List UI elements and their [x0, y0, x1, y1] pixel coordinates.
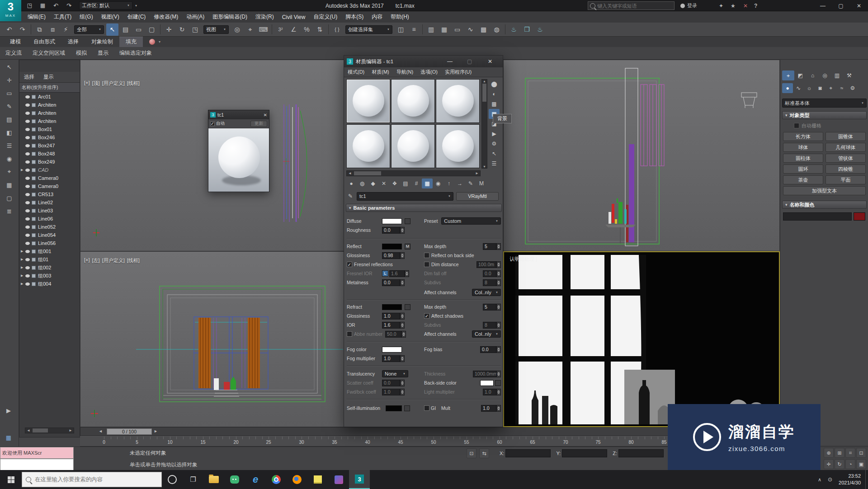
material-map-navigator-icon[interactable]: ☰ — [489, 159, 500, 169]
expand-arrow-icon[interactable]: ▶ — [21, 258, 25, 261]
refract-affect-channels-dropdown[interactable]: Col..nly — [472, 330, 501, 338]
fog-color-swatch[interactable] — [382, 347, 402, 353]
viewport-right[interactable] — [503, 60, 780, 251]
reference-coordinate-dropdown[interactable]: 视图 — [203, 25, 229, 34]
make-unique-icon[interactable]: ❖ — [389, 179, 400, 188]
ribbon-panel-item[interactable]: 编辑选定对象 — [114, 47, 157, 60]
pick-material-eyedropper-icon[interactable]: ✎ — [465, 179, 476, 188]
dim-falloff-field[interactable]: 0.0 — [483, 270, 496, 277]
snap-toggle-3d-icon[interactable]: 3² — [274, 24, 287, 36]
eye-visibility-icon[interactable]: ◉ — [3, 153, 16, 165]
sample-type-icon[interactable]: ⬤ — [489, 79, 500, 89]
redo-icon[interactable]: ↷ — [16, 24, 28, 36]
slot-h-scrollbar[interactable]: ◄ ► — [346, 170, 481, 176]
scroll-right-icon[interactable]: ► — [67, 428, 74, 433]
refract-subdivs-field[interactable]: 8 — [483, 322, 496, 329]
ribbon-tab[interactable]: 填充 — [119, 37, 143, 47]
refract-subdivs-spinner[interactable] — [496, 322, 501, 329]
list-item[interactable]: Architen — [19, 109, 80, 117]
material-editor-icon[interactable]: ◍ — [491, 24, 503, 36]
mat-editor-menu-item[interactable]: 实用程序(U) — [441, 69, 475, 75]
start-button[interactable] — [0, 470, 22, 489]
taskbar-icon-app[interactable] — [328, 470, 349, 489]
fog-multiplier-field[interactable]: 1.0 — [382, 355, 400, 362]
infocenter-search[interactable] — [588, 1, 675, 10]
toggle-ribbon-icon[interactable]: ▭ — [451, 24, 463, 36]
menu-item[interactable]: 帮助(H) — [387, 11, 413, 23]
self-illumination-swatch[interactable] — [386, 405, 402, 411]
select-by-material-icon[interactable]: ↖ — [489, 149, 500, 159]
display-tab-icon[interactable]: ▥ — [831, 71, 843, 80]
geometry-category-dropdown[interactable]: 标准基本体 — [782, 99, 867, 108]
viewport-label-segment[interactable]: [线框] — [127, 80, 140, 87]
material-options-flyout-icon[interactable]: M — [476, 179, 487, 188]
list-item[interactable]: Line06 — [19, 215, 80, 223]
ribbon-tool-sphere-icon[interactable] — [149, 39, 155, 45]
list-item[interactable]: Box249 — [19, 158, 80, 166]
get-material-icon[interactable]: ● — [346, 179, 357, 188]
reflect-affect-channels-dropdown[interactable]: Col..nly — [472, 289, 501, 296]
fresnel-ior-lock-button[interactable]: L — [382, 270, 388, 277]
scatter-coeff-spinner[interactable] — [400, 380, 405, 386]
fog-bias-field[interactable]: 0.0 — [480, 346, 496, 353]
ribbon-panel-item[interactable]: 定义流 — [0, 47, 27, 60]
close-button[interactable]: ✕ — [850, 0, 868, 11]
utilities-tab-icon[interactable]: ⚒ — [843, 71, 855, 80]
list-item[interactable]: Box01 — [19, 125, 80, 133]
options-icon[interactable]: ⚙ — [489, 139, 500, 149]
angle-snap-icon[interactable]: ∠ — [288, 24, 300, 36]
make-preview-icon[interactable]: ▶ — [489, 129, 500, 139]
taskbar-icon-notes[interactable] — [307, 470, 328, 489]
material-editor-titlebar[interactable]: 3 材质编辑器 - tc1 — ▢ ✕ — [344, 56, 503, 67]
list-item[interactable]: Line054 — [19, 231, 80, 239]
light-multiplier-spinner[interactable] — [496, 389, 501, 395]
rectangular-selection-region-icon[interactable]: ▭ — [132, 24, 145, 36]
reflect-subdivs-spinner[interactable] — [496, 279, 501, 286]
taskbar-clock[interactable]: 23:52 2021/4/30 — [839, 473, 861, 486]
list-item[interactable]: Camera0 — [19, 174, 80, 182]
taskbar-icon-wechat[interactable] — [224, 470, 245, 489]
viewport-rendered[interactable]: 认明暗处理 ] — [503, 251, 780, 427]
explorer-menu-item[interactable]: 选择 — [19, 74, 39, 80]
x-coordinate-input[interactable] — [505, 449, 551, 457]
ribbon-tab[interactable]: 建模 — [4, 37, 27, 47]
mirror-icon[interactable]: ◫ — [395, 24, 407, 36]
thickness-spinner[interactable] — [496, 371, 501, 377]
percent-snap-icon[interactable]: % — [301, 24, 313, 36]
visibility-eye-icon[interactable] — [25, 95, 30, 99]
zoom-extents-icon[interactable]: ⌗ — [845, 448, 855, 458]
motion-tab-icon[interactable]: ◎ — [819, 71, 831, 80]
space-warps-icon[interactable]: ≈ — [836, 83, 847, 93]
taskbar-search[interactable] — [22, 472, 162, 487]
mat-editor-menu-item[interactable]: 选项(O) — [417, 69, 441, 75]
workspace-flyout-icon[interactable]: ▾ — [135, 4, 137, 8]
object-name-input[interactable] — [783, 212, 852, 221]
fresnel-ior-spinner[interactable] — [405, 270, 409, 277]
visibility-eye-icon[interactable] — [25, 258, 30, 261]
create-object-button[interactable]: 平面 — [826, 175, 866, 184]
scatter-coeff-field[interactable]: 0.0 — [382, 380, 400, 386]
list-item[interactable]: Architen — [19, 101, 80, 109]
mult-field[interactable]: 1.0 — [481, 405, 496, 412]
helpers-icon[interactable]: ⌖ — [826, 83, 836, 93]
gi-checkbox[interactable] — [424, 405, 429, 411]
dope-sheet-icon[interactable]: ▩ — [477, 24, 490, 36]
modify-tab-icon[interactable]: ◩ — [794, 71, 807, 80]
list-item[interactable]: Line03 — [19, 207, 80, 215]
pan-hand-icon[interactable]: ✛ — [3, 74, 16, 86]
play-flyout-icon[interactable]: ▶ — [2, 404, 15, 416]
diffuse-map-button[interactable] — [405, 218, 410, 224]
time-slider-handle[interactable]: 0 / 100 — [107, 428, 152, 435]
visibility-eye-icon[interactable] — [25, 169, 30, 172]
dim-falloff-spinner[interactable] — [496, 270, 501, 277]
self-illumination-map-button[interactable] — [404, 405, 410, 411]
menu-item[interactable]: 编辑(E) — [24, 11, 50, 23]
go-to-parent-icon[interactable]: ↑ — [443, 179, 454, 188]
edit-named-selection-sets-icon[interactable]: { } — [331, 24, 343, 36]
pointer-tool-icon[interactable]: ↖ — [3, 61, 16, 73]
visibility-eye-icon[interactable] — [25, 112, 30, 115]
viewport-label-segment[interactable]: [线框] — [127, 257, 140, 264]
reset-map-icon[interactable]: ✕ — [378, 179, 389, 188]
select-object-icon[interactable]: ↖ — [106, 24, 118, 36]
viewport-label-segment[interactable]: [用户定义] — [102, 80, 125, 87]
